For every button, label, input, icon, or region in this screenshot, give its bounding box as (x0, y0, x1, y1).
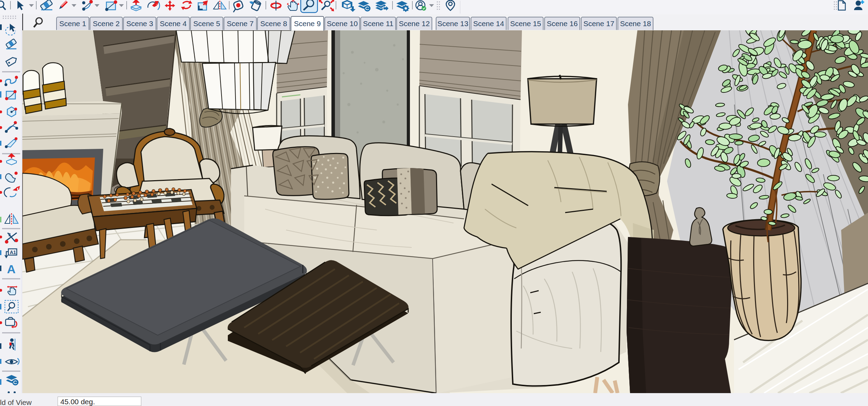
svg-text:A: A (7, 262, 16, 276)
svg-text:A1: A1 (10, 250, 16, 255)
svg-text:3: 3 (8, 232, 11, 237)
